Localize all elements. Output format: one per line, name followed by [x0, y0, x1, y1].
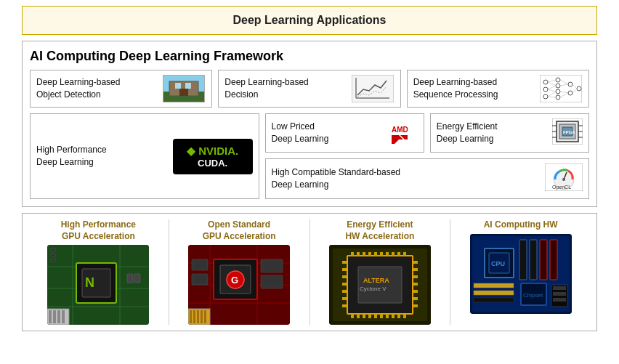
svg-rect-136 — [519, 240, 527, 280]
gpu-open-svg: G — [188, 245, 290, 325]
chart-svg — [352, 75, 394, 102]
svg-rect-90 — [204, 310, 206, 323]
svg-rect-119 — [342, 297, 347, 300]
nvidia-text: ◆ NVIDIA. — [182, 145, 244, 158]
svg-rect-123 — [413, 275, 418, 278]
sequence-label: Deep Learning-basedSequence Processing — [413, 76, 533, 101]
svg-rect-115 — [342, 268, 347, 271]
divider-1 — [169, 219, 169, 325]
fpga-label: Energy EfficientDeep Learning — [437, 121, 498, 145]
svg-rect-103 — [403, 252, 406, 256]
svg-rect-146 — [553, 286, 566, 290]
svg-rect-5 — [179, 89, 188, 96]
svg-rect-84 — [192, 274, 208, 285]
svg-rect-65 — [134, 274, 140, 283]
svg-text:FPGA: FPGA — [563, 130, 575, 134]
hp-card: High PerformanceDeep Learning ◆ NVIDIA. … — [30, 113, 259, 199]
svg-rect-128 — [358, 267, 402, 303]
fpga-svg: FPGA — [552, 118, 583, 145]
header-title: Deep Learning Applications — [233, 14, 387, 26]
fpga-board-svg: ALTERA Cyclone V — [329, 245, 431, 325]
svg-rect-88 — [197, 310, 199, 323]
hp-label: High PerformanceDeep Learning — [36, 144, 107, 169]
framework-box: AI Computing Deep Learning Framework Dee… — [22, 41, 597, 207]
svg-rect-104 — [351, 314, 354, 318]
svg-rect-125 — [413, 290, 418, 293]
svg-text:OpenCL: OpenCL — [552, 185, 571, 190]
sequence-card: Deep Learning-basedSequence Processing — [407, 70, 589, 108]
opencl-label: High Compatible Standard-basedDeep Learn… — [272, 166, 400, 191]
svg-rect-138 — [540, 240, 547, 280]
object-detection-image — [162, 75, 206, 102]
svg-text:AMD: AMD — [392, 126, 408, 134]
svg-rect-87 — [193, 310, 195, 323]
svg-rect-118 — [342, 290, 347, 293]
svg-rect-121 — [413, 261, 418, 264]
svg-text:ALTERA: ALTERA — [363, 277, 389, 284]
object-detection-card: Deep Learning-basedObject Detection — [30, 70, 212, 108]
hw-gpu-open-label: Open StandardGPU Acceleration — [203, 219, 276, 242]
opencl-logo-area: OpenCL — [545, 163, 583, 194]
hw-gpu-hp: High PerformanceGPU Acceleration N — [31, 219, 166, 325]
fpga-logo-area: FPGA — [552, 118, 583, 147]
svg-rect-148 — [553, 298, 566, 302]
svg-rect-117 — [342, 283, 347, 286]
svg-text:Cyclone V: Cyclone V — [360, 286, 387, 292]
svg-rect-142 — [474, 283, 514, 288]
svg-rect-101 — [392, 252, 395, 256]
neural-svg — [540, 75, 582, 102]
svg-rect-96 — [363, 252, 365, 256]
gpu-open-board: G — [188, 245, 290, 325]
svg-rect-70 — [62, 310, 65, 323]
svg-rect-89 — [201, 310, 203, 323]
framework-title: AI Computing Deep Learning Framework — [30, 49, 589, 64]
decision-label: Deep Learning-basedDecision — [224, 76, 344, 101]
svg-rect-83 — [192, 259, 208, 270]
svg-rect-3 — [175, 83, 181, 89]
svg-rect-108 — [374, 314, 377, 318]
svg-text:N: N — [85, 275, 94, 290]
sequence-image — [539, 75, 583, 102]
opencl-svg: OpenCL — [545, 163, 583, 191]
divider-3 — [450, 219, 450, 325]
fpga-board: ALTERA Cyclone V — [329, 245, 431, 325]
svg-rect-9 — [540, 75, 582, 102]
hardware-section: High PerformanceGPU Acceleration N — [22, 213, 597, 331]
framework-bottom-row: High PerformanceDeep Learning ◆ NVIDIA. … — [30, 113, 589, 199]
svg-rect-147 — [553, 292, 566, 296]
ai-board: CPU Chipset — [470, 234, 572, 314]
svg-rect-64 — [127, 274, 133, 283]
svg-rect-102 — [397, 252, 400, 256]
svg-rect-114 — [342, 261, 347, 264]
hw-gpu-hp-label: High PerformanceGPU Acceleration — [61, 219, 136, 242]
svg-rect-137 — [530, 240, 537, 280]
right-top-row: Low PricedDeep Learning AMD — [265, 113, 589, 153]
svg-rect-81 — [261, 259, 283, 272]
svg-rect-98 — [374, 252, 377, 256]
hw-fpga-label: Energy EfficientHW Acceleration — [345, 219, 414, 242]
nvidia-badge: ◆ NVIDIA. CUDA. — [173, 139, 253, 174]
svg-rect-105 — [357, 314, 360, 318]
amd-label: Low PricedDeep Learning — [272, 121, 329, 145]
svg-rect-86 — [190, 310, 192, 323]
hw-gpu-open: Open StandardGPU Acceleration G — [172, 219, 307, 325]
gpu-hp-svg: N — [47, 245, 149, 325]
svg-rect-67 — [49, 310, 52, 323]
svg-rect-68 — [53, 310, 56, 323]
svg-rect-110 — [386, 314, 389, 318]
svg-rect-124 — [413, 283, 418, 286]
svg-rect-107 — [368, 314, 371, 318]
svg-rect-82 — [261, 275, 283, 288]
svg-rect-126 — [413, 297, 418, 300]
cuda-text: CUDA. — [182, 158, 244, 169]
right-grid: Low PricedDeep Learning AMD — [265, 113, 589, 199]
svg-rect-99 — [380, 252, 383, 256]
amd-logo-area: AMD — [390, 122, 418, 144]
svg-rect-143 — [474, 291, 514, 295]
object-detection-label: Deep Learning-basedObject Detection — [36, 76, 156, 101]
svg-rect-111 — [392, 314, 395, 318]
svg-rect-127 — [413, 304, 418, 307]
svg-rect-4 — [185, 83, 191, 89]
svg-rect-69 — [57, 310, 60, 323]
svg-text:Chipset: Chipset — [523, 292, 543, 299]
